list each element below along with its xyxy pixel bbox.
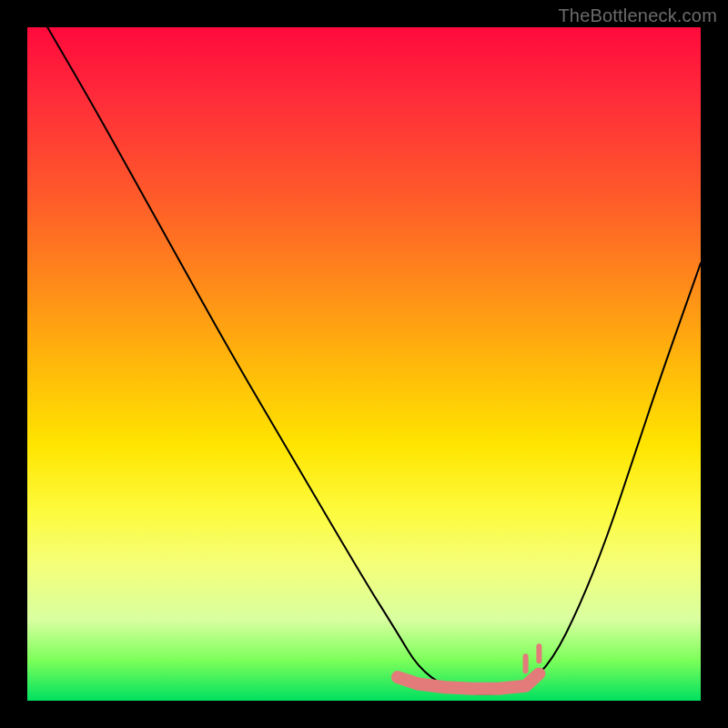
outer-frame: TheBottleneck.com bbox=[0, 0, 728, 728]
chart-overlay bbox=[27, 27, 701, 701]
valley-tick-marks bbox=[526, 646, 540, 671]
watermark-text: TheBottleneck.com bbox=[558, 5, 717, 26]
bottleneck-curve bbox=[47, 27, 701, 694]
valley-accent-segment bbox=[398, 673, 539, 688]
